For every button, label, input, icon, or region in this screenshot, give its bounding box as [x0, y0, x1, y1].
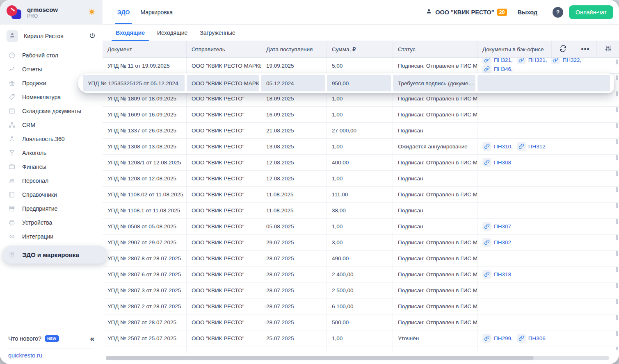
cell-status: Подписан: Отправлен в ГИС МТ: [393, 58, 477, 73]
linked-doc-label[interactable]: ПН318: [494, 271, 511, 278]
table-row[interactable]: УПД № 2507 от 25.07.2025ООО "КВИК РЕСТО"…: [103, 330, 619, 346]
linked-doc-label[interactable]: ПН310,: [494, 143, 513, 150]
cell-backoffice-links: ПН308: [477, 155, 619, 170]
cell-document: УПД № 1208/1 от 12.08.2025: [103, 155, 187, 170]
cell-status: Подписан: Отправлен в ГИС МТ: [393, 298, 477, 314]
table-row[interactable]: УПД № 1108.02 от 11.08.2025ООО "КВИК РЕС…: [103, 187, 619, 202]
linked-doc[interactable]: ПН318: [482, 270, 511, 279]
sidebar-item[interactable]: Складские документы: [0, 104, 103, 118]
user-row[interactable]: Кирилл Рестов: [0, 28, 103, 44]
table-row[interactable]: УПД № 2807 от 28.07.2025ООО "КВИК РЕСТО"…: [103, 314, 619, 330]
linked-doc[interactable]: ПН321,: [482, 58, 513, 64]
linked-doc-label[interactable]: ПН346,: [494, 66, 513, 72]
whats-new-link[interactable]: Что нового?: [8, 335, 41, 342]
table-row[interactable]: УПД № 1208 от 12.08.2025ООО "КВИК РЕСТО"…: [103, 171, 619, 187]
help-button[interactable]: ?: [553, 7, 563, 18]
logout-power-button[interactable]: [89, 32, 96, 41]
main-area: ЭДО Маркировка ООО "КВИК РЕСТО" 20 Выход…: [103, 0, 619, 364]
linked-doc[interactable]: ПН299,: [482, 334, 513, 343]
sidebar-item[interactable]: Персонал: [0, 174, 103, 188]
horizontal-scrollbar-thumb[interactable]: [106, 356, 534, 360]
linked-doc[interactable]: ПН307: [482, 222, 511, 231]
table-row[interactable]: УПД № 2807.8 от 28.07.2025ООО "КВИК РЕСТ…: [103, 250, 619, 266]
table-row[interactable]: УПД № 1609 от 16.09.2025ООО "КВИК РЕСТО"…: [103, 107, 619, 123]
table-row[interactable]: УПД № 11 от 19.09.2025ООО "КВИК РЕСТО МА…: [103, 58, 619, 74]
table-row[interactable]: УПД № 2907 от 29.07.2025ООО "КВИК РЕСТО"…: [103, 234, 619, 250]
linked-doc-label[interactable]: ПН321,: [494, 58, 513, 63]
linked-doc-label[interactable]: ПН302: [494, 239, 511, 246]
linked-doc-label[interactable]: ПН299,: [494, 335, 513, 341]
cell-amount: 1,00: [327, 107, 393, 122]
org-selector[interactable]: ООО "КВИК РЕСТО" 20: [425, 8, 507, 16]
table-row-partial: [103, 346, 619, 353]
logout-link[interactable]: Выход: [518, 9, 537, 16]
table-row[interactable]: УПД № 0508 от 05.08.2025ООО "КВИК РЕСТО"…: [103, 218, 619, 234]
loyalty-icon: [8, 135, 16, 143]
sidebar-item[interactable]: CRM: [0, 118, 103, 132]
sidebar-item[interactable]: Устройства: [0, 216, 103, 230]
table-row[interactable]: УПД № 2807.6 от 28.07.2025ООО "КВИК РЕСТ…: [103, 266, 619, 282]
subtab-incoming[interactable]: Входящие: [116, 25, 145, 41]
column-settings-button[interactable]: [597, 41, 619, 57]
linked-doc-label[interactable]: ПН312: [528, 143, 546, 150]
cell-date: 28.07.2025: [261, 266, 327, 282]
table-row[interactable]: УПД № 2807.2 от 28.07.2025ООО "КВИК РЕСТ…: [103, 298, 619, 314]
sidebar-item[interactable]: Справочники: [0, 188, 103, 202]
cell-backoffice-links: [477, 171, 619, 186]
linked-doc[interactable]: ПН308: [482, 158, 511, 167]
cell-status: Подписан: [393, 171, 477, 186]
col-sender: Отправитель: [187, 41, 261, 57]
cell-status: Подписан: [393, 218, 477, 234]
collapse-sidebar-button[interactable]: «: [90, 334, 94, 343]
linked-doc[interactable]: ПН322,: [551, 58, 581, 64]
tag-icon: [8, 93, 16, 101]
linked-doc-label[interactable]: ПН322,: [562, 58, 581, 63]
refresh-button[interactable]: [552, 41, 574, 57]
online-chat-button[interactable]: Онлайн-чат: [569, 5, 613, 19]
col-date: Дата поступления: [261, 41, 327, 57]
subtab-outgoing[interactable]: Исходящие: [157, 25, 187, 41]
linked-doc[interactable]: ПН321,: [517, 58, 547, 64]
table-row[interactable]: УПД № 1308 от 13.08.2025ООО "КВИК РЕСТО"…: [103, 139, 619, 155]
cell-status: Подписан: [393, 123, 477, 138]
vertical-scrollbar[interactable]: [616, 59, 618, 350]
sidebar-item-label: ЭДО и маркировка: [22, 251, 79, 258]
sidebar-item[interactable]: Рабочий стол: [0, 48, 103, 62]
sidebar-item[interactable]: Алкоголь: [0, 146, 103, 160]
linked-doc[interactable]: ПН346,: [482, 64, 513, 73]
table-row[interactable]: УПД № 2807.3 от 28.07.2025ООО "КВИК РЕСТ…: [103, 282, 619, 298]
cell-backoffice-links: [477, 250, 619, 266]
linked-doc[interactable]: ПН302: [482, 238, 511, 247]
sidebar-item[interactable]: Лояльность.360: [0, 132, 103, 146]
cell-status: Подписан: [393, 202, 477, 218]
table-row[interactable]: УПД № 1108.1 от 11.08.2025ООО "КВИК РЕСТ…: [103, 202, 619, 218]
cell-sender: ООО "КВИК РЕСТО": [187, 266, 261, 282]
table-row[interactable]: УПД № 1208/1 от 12.08.2025ООО "КВИК РЕСТ…: [103, 155, 619, 171]
linked-doc-label[interactable]: ПН308: [494, 159, 511, 166]
cell-amount: 1,00: [327, 139, 393, 154]
sidebar-item[interactable]: ЭДО и маркировка: [2, 246, 107, 264]
sidebar-item[interactable]: Интеграции: [0, 230, 103, 243]
linked-doc-label[interactable]: ПН321,: [528, 58, 547, 63]
theme-brightness-button[interactable]: [88, 8, 96, 17]
sidebar-item[interactable]: Предприятие: [0, 202, 103, 216]
linked-doc-label[interactable]: ПН306: [528, 335, 546, 341]
sidebar-item-label: Предприятие: [22, 205, 57, 212]
quickresto-site-link[interactable]: quickresto.ru: [8, 348, 94, 364]
linked-doc-label[interactable]: ПН307: [494, 223, 511, 230]
sidebar-item[interactable]: Финансы: [0, 160, 103, 174]
horizontal-scrollbar[interactable]: [106, 356, 609, 360]
tab-edo[interactable]: ЭДО: [117, 0, 130, 24]
link-icon: [551, 58, 560, 64]
linked-doc[interactable]: ПН312: [517, 142, 546, 151]
linked-doc[interactable]: ПН306: [517, 334, 546, 343]
table-row[interactable]: УПД № 1337 от 26.03.2025ООО "КВИК РЕСТО"…: [103, 123, 619, 139]
sidebar: qrmoscow PRO Кирилл Рестов Рабочий столО…: [0, 0, 103, 364]
more-actions-button[interactable]: •••: [574, 41, 597, 57]
linked-doc[interactable]: ПН310,: [482, 142, 513, 151]
subtab-uploaded[interactable]: Загруженные: [200, 25, 235, 41]
table-row-hovered[interactable]: УПД № 12535325125 от 05.12.2024 ООО "КВИ…: [78, 73, 614, 93]
tab-markirovka[interactable]: Маркировка: [140, 0, 173, 24]
sidebar-item-label: Персонал: [22, 177, 48, 184]
cell-sender: ООО "КВИК РЕСТО": [187, 171, 261, 186]
